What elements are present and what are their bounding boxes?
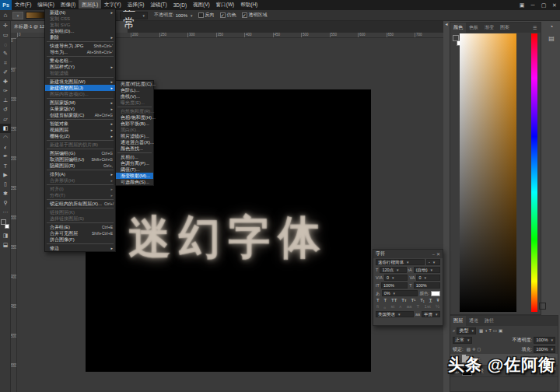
options-checkbox[interactable]: 透明区域 — [242, 12, 268, 19]
blur-tool-icon[interactable]: ◠ — [0, 133, 11, 142]
checkbox-icon[interactable] — [242, 12, 247, 18]
layer-filter-icon[interactable]: T — [488, 328, 491, 333]
menu-item[interactable]: 智能滤镜 ▸ — [45, 70, 115, 76]
collapse-panels-arrow[interactable]: ◂ — [443, 21, 450, 315]
options-checkbox[interactable]: 仿色 — [220, 12, 236, 19]
submenu-item[interactable]: 颜色查找... — [116, 145, 153, 152]
lock-option-icon[interactable]: ▨ — [467, 347, 471, 352]
layer-filter-icon[interactable]: ▣ — [499, 328, 502, 333]
panel-menu-icon[interactable]: ☰ — [533, 25, 537, 30]
lock-option-icon[interactable]: ✛ — [472, 347, 476, 352]
opentype-feature-button[interactable]: T — [417, 304, 420, 310]
language-select[interactable]: 美国英语▾ — [376, 311, 414, 317]
menubar-item[interactable]: 视图(V) — [190, 0, 213, 10]
layer-filter-icon[interactable]: ◑ — [485, 328, 487, 333]
opentype-feature-button[interactable]: fi — [376, 304, 379, 310]
menu-item[interactable]: 创建剪贴蒙版(C) Alt+Ctrl+G ▸ — [45, 112, 115, 118]
brush-tool-icon[interactable]: ✑ — [0, 86, 11, 96]
font-family-select[interactable]: 迷你行楷简体▾ — [376, 259, 425, 265]
marquee-tool-icon[interactable]: ▭ — [0, 30, 11, 40]
gradient-preview-swatch[interactable] — [26, 12, 47, 19]
tracking-input[interactable]: 0▾ — [416, 275, 440, 281]
layer-fill-input[interactable]: 100%▾ — [534, 346, 555, 353]
options-checkbox[interactable]: 反向 — [198, 12, 215, 19]
layer-search-icon[interactable]: ⌕ — [453, 328, 455, 334]
menu-item[interactable]: 选择链接图层(S) ▸ — [45, 215, 115, 222]
screen-mode-icon[interactable]: ⬓ — [0, 240, 11, 250]
antialias-select[interactable]: 平滑▾ — [422, 311, 440, 317]
menu-item[interactable]: 新建基于图层的切片(B) ▸ — [45, 142, 115, 148]
menubar-item[interactable]: 选择(S) — [124, 0, 148, 10]
home-icon[interactable]: ⌂ — [0, 12, 11, 19]
close-button[interactable]: ✕ — [549, 0, 560, 10]
blend-mode-select[interactable]: 正常 ▾ — [120, 12, 148, 19]
foreground-color-swatch[interactable] — [1, 219, 6, 225]
proportional-spacing-input[interactable]: 0%▾ — [382, 290, 418, 296]
text-style-button[interactable]: T¹ — [411, 298, 416, 303]
checkbox-icon[interactable] — [220, 12, 226, 18]
color-panel-tab[interactable]: 颜色 — [450, 23, 466, 33]
color-swatches[interactable] — [0, 219, 11, 231]
layer-filter-icon[interactable]: ▭ — [493, 328, 497, 333]
edit-toolbar-icon[interactable]: ⋯ — [0, 208, 11, 217]
foreground-color-swatch[interactable] — [453, 35, 459, 41]
dodge-tool-icon[interactable]: ◐ — [0, 142, 11, 152]
opentype-feature-button[interactable]: ½ — [436, 304, 439, 310]
move-tool-icon[interactable]: ✛ — [0, 21, 11, 30]
hue-slider[interactable] — [531, 33, 537, 312]
text-style-button[interactable]: T̲ — [429, 298, 432, 303]
gradient-tool-icon[interactable]: ◧ — [0, 124, 11, 133]
shape-tool-icon[interactable]: ▯ — [0, 180, 11, 189]
libraries-panel-icon[interactable]: ▤ — [548, 35, 555, 42]
color-panel-tab[interactable]: 图案 — [497, 23, 513, 33]
opentype-feature-button[interactable]: ℴ — [383, 304, 386, 310]
text-style-button[interactable]: T — [376, 298, 380, 303]
menu-item[interactable]: 图层内容选项(O)... ▸ — [45, 91, 115, 97]
layers-panel-tab[interactable]: 通道 — [466, 316, 481, 326]
text-style-button[interactable]: T — [384, 298, 387, 303]
quick-mask-icon[interactable]: ◨ — [0, 231, 11, 240]
checkbox-icon[interactable] — [198, 12, 204, 18]
menu-item[interactable]: 合并形状(H) ▸ — [45, 177, 115, 184]
menu-item[interactable]: 拼合图像(F) ▸ — [45, 236, 115, 243]
menu-item[interactable]: 修边 ▸ — [45, 245, 115, 251]
vertical-scale-input[interactable]: 100% — [381, 282, 408, 289]
eraser-tool-icon[interactable]: ▱ — [0, 114, 11, 124]
opentype-feature-button[interactable]: aa — [407, 304, 412, 310]
history-brush-tool-icon[interactable]: ↺ — [0, 105, 11, 114]
type-tool-icon[interactable]: T — [0, 161, 11, 170]
zoom-tool-icon[interactable]: ⚲ — [0, 198, 11, 208]
text-style-button[interactable]: Tᴛ — [401, 298, 406, 303]
hand-tool-icon[interactable]: ✱ — [0, 189, 11, 198]
text-style-button[interactable]: TT — [391, 298, 397, 303]
menu-item[interactable]: 隐藏图层(R) Ctrl+, ▸ — [45, 163, 115, 169]
crop-tool-icon[interactable]: ⌗ — [0, 58, 11, 68]
leading-input[interactable]: (自动)▾ — [414, 267, 440, 273]
horizontal-scale-input[interactable]: 100% — [414, 282, 440, 289]
layers-panel-tab[interactable]: 图层 — [450, 316, 466, 326]
opacity-value[interactable]: 100% — [176, 13, 187, 18]
text-style-button[interactable]: Ŧ — [436, 298, 439, 303]
layers-panel-tab[interactable]: 路径 — [481, 316, 497, 326]
menubar-item[interactable]: 帮助(H) — [237, 0, 261, 10]
text-style-button[interactable]: T₁ — [420, 298, 425, 303]
menubar-item[interactable]: 文件(F) — [12, 0, 34, 10]
clone-stamp-tool-icon[interactable]: ⊥ — [0, 96, 11, 105]
maximize-button[interactable]: ▢ — [538, 0, 549, 10]
layer-filter-icon[interactable]: ▦ — [479, 328, 483, 333]
healing-brush-tool-icon[interactable]: ✚ — [0, 77, 11, 86]
submenu-item[interactable]: 可选颜色(S)... — [116, 179, 153, 185]
lasso-tool-icon[interactable]: ◌ — [0, 40, 11, 49]
pen-tool-icon[interactable]: ✒ — [0, 152, 11, 161]
opentype-feature-button[interactable]: st — [390, 304, 394, 310]
menubar-item[interactable]: 窗口(W) — [213, 0, 237, 10]
eyedropper-tool-icon[interactable]: ✐ — [0, 68, 11, 77]
lock-option-icon[interactable]: ◻ — [477, 347, 481, 352]
layer-filter-select[interactable]: 类型▾ — [457, 327, 476, 334]
panel-header-icons[interactable]: − ✕ — [432, 251, 440, 257]
tool-preset-picker[interactable]: ▾ — [12, 12, 23, 19]
minimize-button[interactable]: ─ — [527, 0, 538, 10]
opentype-feature-button[interactable]: 1st — [425, 304, 431, 310]
quick-selection-tool-icon[interactable]: ✎ — [0, 49, 11, 58]
font-size-input[interactable]: 120点▾ — [380, 267, 406, 273]
